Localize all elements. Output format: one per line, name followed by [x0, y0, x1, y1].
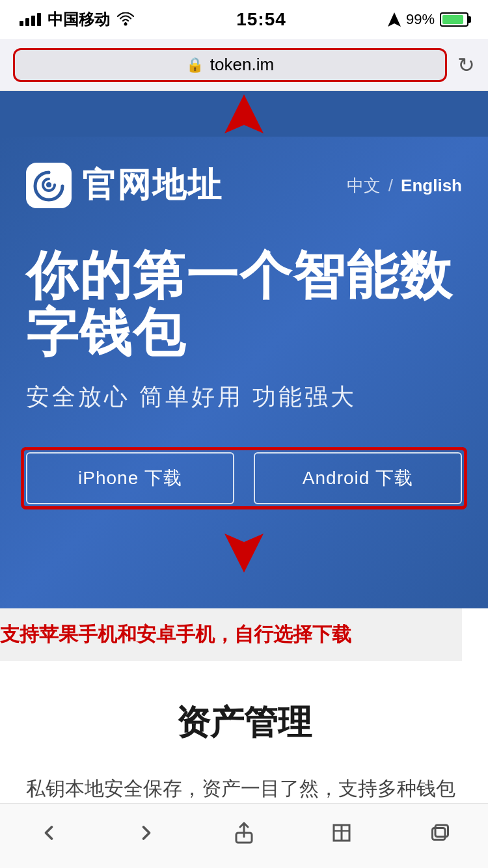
download-buttons: iPhone 下载 Android 下载 — [26, 452, 462, 504]
svg-marker-2 — [224, 94, 264, 133]
forward-button[interactable] — [120, 813, 172, 852]
status-left: 中国移动 — [20, 9, 135, 30]
site-title: 官网地址 — [82, 163, 223, 208]
lock-icon: 🔒 — [186, 57, 204, 74]
lang-english[interactable]: English — [401, 176, 462, 196]
battery-fill — [442, 15, 463, 24]
iphone-download-button[interactable]: iPhone 下载 — [26, 452, 234, 504]
status-right: 99% — [388, 11, 468, 28]
support-text: 支持苹果手机和安卓手机，自行选择下载 — [0, 608, 462, 661]
url-text: token.im — [210, 55, 274, 75]
status-time: 15:54 — [236, 9, 286, 30]
svg-marker-1 — [388, 12, 401, 27]
wifi-icon — [116, 12, 135, 27]
top-arrow-section — [0, 91, 488, 137]
section-title: 资产管理 — [26, 700, 462, 746]
lang-chinese[interactable]: 中文 — [347, 174, 381, 197]
bookmark-button[interactable] — [316, 813, 368, 852]
tabs-button[interactable] — [413, 813, 465, 852]
hero-header: 官网地址 中文 / English — [26, 163, 462, 208]
reload-button[interactable]: ↻ — [457, 53, 475, 77]
browser-bar: 🔒 token.im ↻ — [0, 39, 488, 91]
battery-icon — [440, 12, 468, 27]
logo-icon — [26, 163, 72, 208]
svg-marker-4 — [224, 534, 264, 573]
address-bar[interactable]: 🔒 token.im — [13, 48, 447, 82]
language-switcher[interactable]: 中文 / English — [347, 174, 462, 197]
bottom-arrow-section — [26, 530, 462, 576]
back-button[interactable] — [23, 813, 75, 852]
download-section: iPhone 下载 Android 下载 — [26, 452, 462, 504]
carrier-text: 中国移动 — [47, 9, 110, 30]
battery-percent: 99% — [406, 11, 435, 28]
svg-point-0 — [124, 23, 128, 26]
svg-rect-11 — [435, 825, 448, 837]
hero-section: 官网地址 中文 / English 你的第一个智能数字钱包 安全放心 简单好用 … — [0, 137, 488, 608]
status-bar: 中国移动 15:54 99% — [0, 0, 488, 39]
location-icon — [388, 12, 401, 27]
bottom-nav — [0, 803, 488, 868]
share-button[interactable] — [218, 813, 270, 852]
android-download-button[interactable]: Android 下载 — [254, 452, 462, 504]
logo-section: 官网地址 — [26, 163, 223, 208]
arrow-down-icon — [218, 530, 270, 576]
signal-icon — [20, 13, 41, 26]
svg-point-3 — [46, 182, 51, 187]
svg-rect-10 — [433, 828, 446, 839]
hero-heading: 你的第一个智能数字钱包 — [26, 247, 462, 362]
arrow-up-icon — [218, 91, 270, 137]
lang-divider: / — [388, 176, 393, 196]
hero-subtitle: 安全放心 简单好用 功能强大 — [26, 381, 462, 413]
